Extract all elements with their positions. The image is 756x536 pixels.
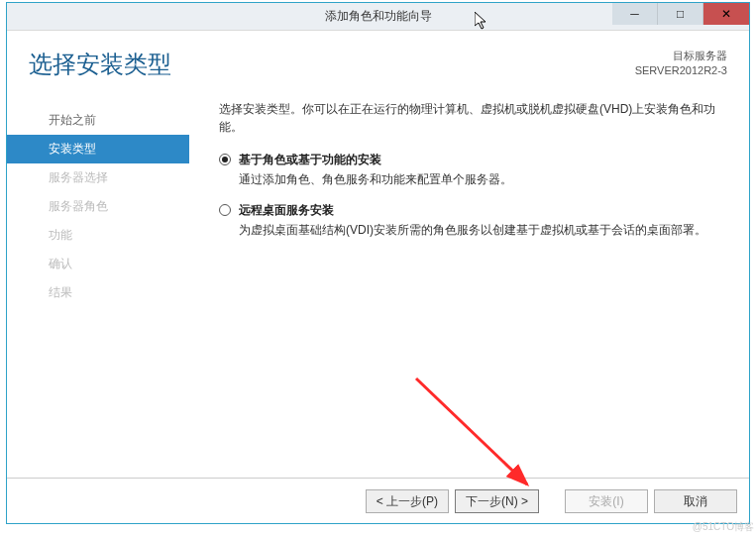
middle-area: 开始之前 安装类型 服务器选择 服务器角色 功能 确认 结果 选择安装类型。你可… [7, 86, 749, 478]
option-desc: 为虚拟桌面基础结构(VDI)安装所需的角色服务以创建基于虚拟机或基于会话的桌面部… [239, 221, 706, 239]
watermark: @51CTO博客 [693, 520, 754, 534]
main-panel: 选择安装类型。你可以在正在运行的物理计算机、虚拟机或脱机虚拟硬盘(VHD)上安装… [189, 86, 749, 478]
sidebar-item-before-begin[interactable]: 开始之前 [7, 106, 189, 135]
cancel-button[interactable]: 取消 [654, 489, 737, 513]
option-rds[interactable]: 远程桌面服务安装 为虚拟桌面基础结构(VDI)安装所需的角色服务以创建基于虚拟机… [219, 202, 725, 239]
sidebar-item-features: 功能 [7, 221, 189, 250]
sidebar-item-server-roles: 服务器角色 [7, 192, 189, 221]
option-title: 基于角色或基于功能的安装 [239, 152, 512, 168]
minimize-button[interactable]: ─ [612, 3, 658, 25]
destination-value: SERVER2012R2-3 [635, 63, 727, 78]
sidebar-item-install-type[interactable]: 安装类型 [7, 135, 189, 163]
page-title: 选择安装类型 [29, 49, 171, 80]
close-button[interactable]: ✕ [703, 3, 749, 25]
sidebar-nav: 开始之前 安装类型 服务器选择 服务器角色 功能 确认 结果 [7, 86, 189, 478]
window-title: 添加角色和功能向导 [325, 8, 432, 25]
header-area: 选择安装类型 目标服务器 SERVER2012R2-3 [7, 31, 749, 86]
destination-info: 目标服务器 SERVER2012R2-3 [635, 49, 727, 79]
install-button: 安装(I) [565, 489, 648, 513]
option-role-based[interactable]: 基于角色或基于功能的安装 通过添加角色、角色服务和功能来配置单个服务器。 [219, 152, 725, 188]
content-area: 选择安装类型 目标服务器 SERVER2012R2-3 开始之前 安装类型 服务… [7, 31, 749, 523]
previous-button[interactable]: < 上一步(P) [366, 489, 449, 513]
footer-buttons: < 上一步(P) 下一步(N) > 安装(I) 取消 [7, 478, 749, 523]
wizard-window: 添加角色和功能向导 ─ □ ✕ 选择安装类型 目标服务器 SERVER2012R… [6, 2, 750, 524]
option-title: 远程桌面服务安装 [239, 202, 706, 219]
titlebar: 添加角色和功能向导 ─ □ ✕ [7, 3, 749, 31]
next-button[interactable]: 下一步(N) > [455, 489, 539, 513]
sidebar-item-results: 结果 [7, 278, 189, 307]
maximize-button[interactable]: □ [658, 3, 703, 25]
radio-rds[interactable] [219, 204, 231, 216]
window-controls: ─ □ ✕ [612, 3, 749, 25]
radio-role-based[interactable] [219, 154, 231, 165]
option-desc: 通过添加角色、角色服务和功能来配置单个服务器。 [239, 170, 512, 188]
sidebar-item-server-selection[interactable]: 服务器选择 [7, 163, 189, 192]
intro-text: 选择安装类型。你可以在正在运行的物理计算机、虚拟机或脱机虚拟硬盘(VHD)上安装… [219, 100, 725, 136]
destination-label: 目标服务器 [635, 49, 727, 63]
sidebar-item-confirm: 确认 [7, 250, 189, 278]
